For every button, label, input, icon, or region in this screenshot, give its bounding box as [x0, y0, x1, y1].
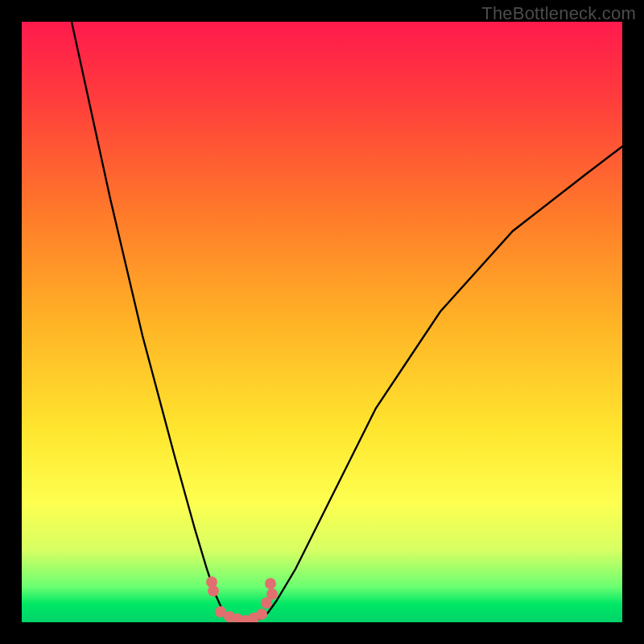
curve-layer: [22, 22, 622, 622]
chart-frame: TheBottleneck.com: [0, 0, 644, 644]
marker-dot: [208, 585, 219, 597]
marker-dot: [265, 578, 276, 589]
marker-dot: [256, 609, 267, 620]
curve-right: [263, 147, 622, 617]
marker-dot: [266, 588, 278, 600]
plot-area: [22, 22, 622, 622]
curve-left: [72, 22, 228, 617]
